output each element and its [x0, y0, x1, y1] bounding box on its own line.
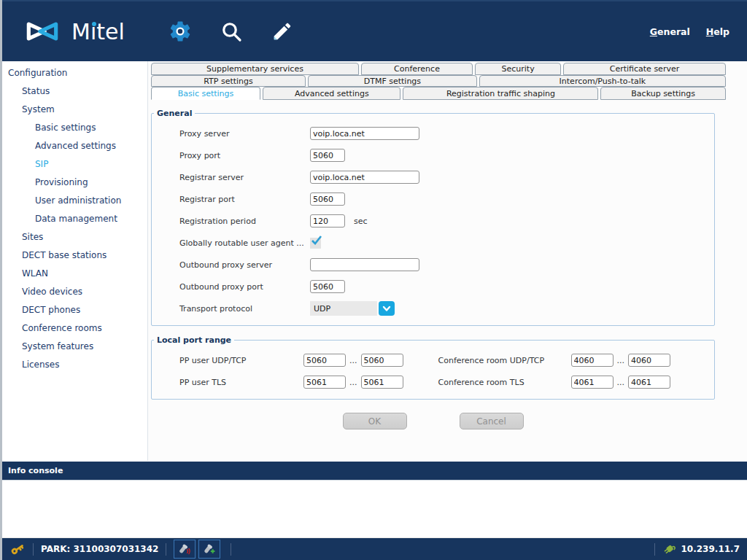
search-icon[interactable] [218, 18, 244, 44]
conference-room-udp-tcp-to-input[interactable] [628, 354, 670, 367]
transport-protocol-value: UDP [310, 301, 377, 316]
edit-pencil-icon[interactable] [269, 18, 295, 44]
registrar-port-label: Registrar port [179, 195, 310, 204]
conference-room-udp-tcp-from-input[interactable] [571, 354, 614, 367]
pp-user-tls-label: PP user TLS [179, 378, 303, 387]
ok-button[interactable]: OK [343, 413, 407, 429]
registrar-server-input[interactable] [310, 171, 419, 184]
sidebar-item-system-features[interactable]: System features [2, 337, 147, 355]
sidebar-item-video-devices[interactable]: Video devices [2, 282, 147, 300]
sidebar-item-system[interactable]: System [2, 100, 147, 118]
checkmark-icon [310, 234, 322, 246]
proxy-port-label: Proxy port [179, 151, 310, 160]
form-row: Registration period sec [152, 210, 714, 232]
sidebar-item-sites[interactable]: Sites [2, 228, 147, 246]
tab-dtmf-settings[interactable]: DTMF settings [308, 75, 477, 87]
tab-backup-settings[interactable]: Backup settings [600, 87, 726, 100]
conference-room-tls-to-input[interactable] [628, 376, 670, 389]
form-row: Proxy port [152, 144, 714, 166]
proxy-port-input[interactable] [310, 149, 345, 162]
form-row: Transport protocol UDP [152, 298, 714, 319]
form-row: Outbound proxy server [152, 254, 714, 276]
tab-intercom-push-to-talk[interactable]: Intercom/Push-to-talk [479, 75, 726, 87]
tab-row-3: Basic settings Advanced settings Registr… [148, 87, 747, 100]
pp-user-tls-to-input[interactable] [361, 376, 403, 389]
tab-security[interactable]: Security [475, 63, 561, 75]
tab-conference[interactable]: Conference [361, 63, 473, 75]
range-separator: ... [617, 378, 625, 387]
tab-advanced-settings[interactable]: Advanced settings [263, 87, 400, 100]
range-separator: ... [349, 356, 357, 365]
sidebar-item-dect-phones[interactable]: DECT phones [2, 300, 147, 319]
tab-basic-settings[interactable]: Basic settings [151, 87, 260, 100]
pp-user-udp-tcp-to-input[interactable] [361, 354, 403, 367]
sidebar-item-provisioning[interactable]: Provisioning [2, 173, 147, 191]
nav-help-link[interactable]: Help [706, 26, 729, 37]
outbound-proxy-server-input[interactable] [310, 258, 419, 271]
sidebar-item-basic-settings[interactable]: Basic settings [2, 118, 147, 136]
conference-room-udp-tcp-label: Conference room UDP/TCP [438, 356, 571, 365]
gruu-checkbox[interactable] [310, 238, 321, 249]
content-area: Supplementary services Conference Securi… [148, 61, 747, 461]
general-fieldset: General Proxy server Proxy port Registra… [151, 109, 715, 326]
registrar-port-input[interactable] [310, 192, 345, 206]
sidebar-item-user-administration[interactable]: User administration [2, 191, 147, 209]
tab-row-2: RTP settings DTMF settings Intercom/Push… [148, 75, 747, 87]
status-bar: PARK: 31100307031342 [2, 537, 747, 560]
sidebar-item-advanced-settings[interactable]: Advanced settings [2, 136, 147, 155]
cancel-button[interactable]: Cancel [460, 413, 524, 429]
form-row: PP user UDP/TCP ... Conference room UDP/… [152, 349, 714, 371]
tab-supplementary-services[interactable]: Supplementary services [151, 63, 359, 75]
mitel-logo: Mıtel [22, 18, 125, 44]
sidebar-item-status[interactable]: Status [2, 82, 147, 100]
tab-rtp-settings[interactable]: RTP settings [151, 75, 306, 87]
sidebar-item-configuration[interactable]: Configuration [2, 63, 147, 82]
phone-signal-button[interactable] [174, 540, 196, 559]
brand-wordmark: Mıtel [71, 19, 125, 44]
nav-general-link[interactable]: General [650, 26, 690, 37]
ip-address: 10.239.11.7 [681, 544, 740, 554]
info-console-header[interactable]: Info console [2, 461, 747, 480]
app-window: Mıtel Genera [0, 0, 747, 560]
range-separator: ... [349, 378, 357, 387]
sidebar-item-wlan[interactable]: WLAN [2, 264, 147, 282]
general-legend: General [154, 109, 195, 118]
info-console-title: Info console [8, 466, 63, 475]
settings-panel: General Proxy server Proxy port Registra… [148, 100, 747, 429]
tab-certificate-server[interactable]: Certificate server [563, 63, 726, 75]
sidebar-item-data-management[interactable]: Data management [2, 209, 147, 228]
divider [654, 543, 655, 556]
outbound-proxy-port-input[interactable] [310, 280, 345, 293]
proxy-server-input[interactable] [310, 127, 419, 140]
park-number: PARK: 31100307031342 [41, 544, 158, 554]
divider [231, 543, 231, 556]
sidebar-item-licenses[interactable]: Licenses [2, 355, 147, 373]
tab-registration-traffic-shaping[interactable]: Registration traffic shaping [403, 87, 598, 100]
registration-period-label: Registration period [179, 217, 310, 226]
conference-room-tls-from-input[interactable] [571, 376, 614, 389]
key-icon [9, 541, 26, 557]
proxy-server-label: Proxy server [179, 129, 310, 139]
sidebar-item-dect-base-stations[interactable]: DECT base stations [2, 246, 147, 264]
sidebar-item-conference-rooms[interactable]: Conference rooms [2, 319, 147, 337]
form-row: Registrar server [152, 166, 714, 188]
registration-period-input[interactable] [310, 214, 345, 228]
settings-gear-icon[interactable] [167, 18, 193, 44]
outbound-proxy-port-label: Outbound proxy port [179, 282, 310, 292]
transport-protocol-select[interactable]: UDP [310, 301, 395, 316]
info-console-body [2, 480, 747, 537]
pp-user-udp-tcp-from-input[interactable] [303, 354, 346, 367]
form-row: PP user TLS ... Conference room TLS ... [152, 371, 714, 393]
local-port-range-legend: Local port range [154, 335, 234, 345]
chevron-down-icon[interactable] [379, 301, 395, 316]
form-row: Proxy server [152, 122, 714, 144]
phone-add-button[interactable] [198, 540, 220, 559]
mitel-logo-icon [22, 18, 63, 44]
transport-protocol-label: Transport protocol [179, 304, 310, 314]
sidebar-item-sip[interactable]: SIP [2, 155, 147, 173]
local-port-range-fieldset: Local port range PP user UDP/TCP ... Con… [151, 335, 715, 400]
network-plug-icon [662, 542, 677, 556]
range-separator: ... [617, 356, 625, 365]
pp-user-tls-from-input[interactable] [303, 376, 346, 389]
pp-user-udp-tcp-label: PP user UDP/TCP [179, 356, 303, 365]
